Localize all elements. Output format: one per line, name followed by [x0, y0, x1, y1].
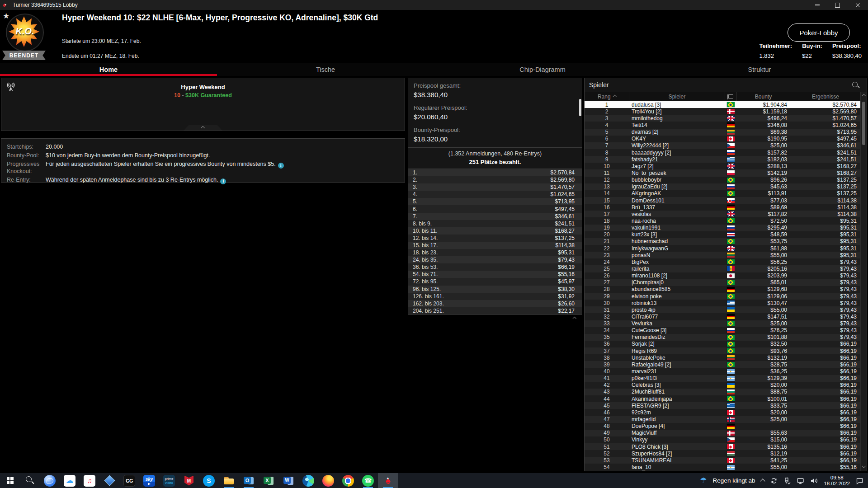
taskbar-icon-search[interactable]	[20, 473, 40, 488]
collapse-series-panel-button[interactable]	[184, 125, 222, 131]
poker-lobby-button[interactable]: Poker-Lobby	[788, 23, 850, 42]
taskbar-icon-start[interactable]	[0, 473, 20, 488]
player-row[interactable]: 4Teiti14$346,08$1.024,65	[585, 122, 867, 128]
player-row[interactable]: 55	[585, 471, 867, 471]
taskbar-icon-music[interactable]	[80, 473, 99, 488]
minimize-button[interactable]	[807, 0, 827, 10]
player-row[interactable]: 4692c92m$20,00$66,19	[585, 409, 867, 416]
player-row[interactable]: 27|Chompiras|0$65,01$79,43	[585, 279, 867, 286]
player-row[interactable]: 38UnstablePoke$132,19$66,19	[585, 354, 867, 361]
player-row[interactable]: 18naa-rocha$72,50$95,31	[585, 217, 867, 224]
player-row[interactable]: 8baaaaddyyyy [2]$157,82$241,51	[585, 149, 867, 156]
taskbar-icon-icloud[interactable]	[60, 473, 80, 488]
prizepool-scrollbar-thumb[interactable]	[579, 99, 581, 116]
player-row[interactable]: 19vakulin1991$295,49$95,31	[585, 225, 867, 231]
taskbar-icon-excel[interactable]	[259, 473, 278, 488]
player-row[interactable]: 33Veviurka$25,00$79,43	[585, 320, 867, 327]
player-row[interactable]: 13IgrauZaEdu [2]$45,63$137,25	[585, 183, 867, 190]
player-row[interactable]: 54fana_10$55,00$55,16	[585, 464, 867, 470]
players-scrollbar-thumb[interactable]	[862, 102, 865, 145]
network-icon[interactable]	[797, 477, 804, 484]
taskbar-icon-pokerstars[interactable]	[378, 473, 398, 488]
player-row[interactable]: 25railerita$205,16$79,43	[585, 265, 867, 272]
player-row[interactable]: 41p0ker4l1f3$129,39$66,19	[585, 375, 867, 382]
player-row[interactable]: 3mmilothedog$496,24$1.470,57	[585, 115, 867, 122]
close-button[interactable]	[848, 0, 868, 10]
player-row[interactable]: 39Rafaelgalo49 [2]$28,75$66,19	[585, 361, 867, 368]
column-header-bounty[interactable]: Bounty	[736, 92, 790, 101]
player-row[interactable]: 37Regis R69$93,76$66,19	[585, 347, 867, 354]
player-row[interactable]: 42Celebras [3]$20,00$66,19	[585, 382, 867, 389]
player-row[interactable]: 45FIESTAGR9 [2]$33,75$66,19	[585, 402, 867, 409]
player-row[interactable]: 10Jagz7 [2]$288,13$168,27	[585, 163, 867, 169]
player-row[interactable]: 47mrfagerlid$25,00$66,19	[585, 416, 867, 422]
tab-struktur[interactable]: Struktur	[651, 63, 868, 76]
player-row[interactable]: 28abundance8585$129,68$79,43	[585, 286, 867, 293]
player-row[interactable]: 5dvarnas [2]$69,38$713,95	[585, 129, 867, 136]
player-row[interactable]: 52SzuperHos84 [2]$12,19$66,19	[585, 450, 867, 457]
taskbar-icon-explorer[interactable]	[219, 473, 239, 488]
player-row[interactable]: 29elvison poke$129,06$79,43	[585, 293, 867, 300]
column-header-rang[interactable]: Rang	[585, 92, 629, 101]
player-row[interactable]: 26mirano1108 [2]$203,99$79,43	[585, 272, 867, 279]
player-row[interactable]: 50Vinkyy$15,00$66,19	[585, 436, 867, 443]
taskbar-icon-mcafee[interactable]	[179, 473, 199, 488]
sync-icon[interactable]	[770, 477, 778, 484]
tab-chip-diagramm[interactable]: Chip-Diagramm	[434, 63, 651, 76]
taskbar-icon-chrome[interactable]	[338, 473, 358, 488]
player-row[interactable]: 432MuchBluff81$88,75$66,19	[585, 389, 867, 395]
taskbar-icon-ggpoker[interactable]	[119, 473, 139, 488]
taskbar-icon-chat[interactable]	[40, 473, 60, 488]
taskbar-clock[interactable]: 09:58 18.02.2022	[824, 475, 850, 487]
tab-tische[interactable]: Tische	[217, 63, 434, 76]
player-row[interactable]: 1dudalusa [3]$1.904,84$2.570,84	[585, 101, 867, 108]
player-row[interactable]: 9fatshady21$182,03$241,51	[585, 156, 867, 163]
taskbar-icon-diamond[interactable]	[99, 473, 119, 488]
tab-home[interactable]: Home	[0, 63, 217, 76]
player-row[interactable]: 40marval231$36,25$66,19	[585, 368, 867, 375]
player-row[interactable]: 51PLO8 Chick [3]$135,16$66,19	[585, 443, 867, 450]
taskbar-icon-word[interactable]	[278, 473, 298, 488]
column-header-flag[interactable]	[725, 92, 736, 101]
taskbar-icon-outlook[interactable]	[239, 473, 259, 488]
player-row[interactable]: 32CiTral6077$147,51$79,43	[585, 313, 867, 320]
player-row[interactable]: 23ponasN$55,00$95,31	[585, 252, 867, 258]
player-row[interactable]: 17vesiolas$117,82$114,38	[585, 211, 867, 217]
info-icon[interactable]: i	[220, 178, 226, 184]
taskbar-icon-prime[interactable]	[159, 473, 179, 488]
player-row[interactable]: 49MagicViuff$55,63$66,19	[585, 430, 867, 436]
weather-umbrella-icon[interactable]: ☂	[700, 476, 707, 485]
player-row[interactable]: 15DomDess101$77,03$114,38	[585, 197, 867, 204]
player-row[interactable]: 11No_to_peszek$142,19$168,27	[585, 169, 867, 176]
tray-expand-icon[interactable]	[760, 479, 765, 483]
player-row[interactable]: 36Sorjak [2]$32,50$66,19	[585, 341, 867, 347]
players-scrollbar[interactable]	[860, 92, 867, 471]
collapse-prizes-button[interactable]	[572, 316, 576, 320]
scroll-down-icon[interactable]	[862, 464, 866, 468]
taskbar-icon-edge[interactable]	[298, 473, 318, 488]
player-row[interactable]: 21hubnermachad$53,75$95,31	[585, 238, 867, 245]
taskbar-icon-skype[interactable]	[199, 473, 219, 488]
player-row[interactable]: 12bubbleboybr$96,26$137,25	[585, 177, 867, 183]
volume-icon[interactable]	[810, 477, 818, 484]
player-row[interactable]: 48DoePopoe [4]$66,19	[585, 423, 867, 430]
player-row[interactable]: 2Troll4You [2]$1.159,18$2.569,80	[585, 108, 867, 115]
info-icon[interactable]: i	[278, 163, 284, 169]
notification-center-icon[interactable]	[856, 477, 863, 484]
player-row[interactable]: 24BigPex$56,25$79,43	[585, 258, 867, 265]
player-row[interactable]: 44Akarimadeinjapa$100,01$66,19	[585, 395, 867, 402]
usb-icon[interactable]	[783, 477, 791, 484]
taskbar-icon-sky[interactable]	[139, 473, 159, 488]
player-row[interactable]: 34CuteGoose [3]$76,25$79,43	[585, 327, 867, 334]
player-row[interactable]: 14AKgringoAK$113,91$137,25	[585, 190, 867, 197]
player-row[interactable]: 31prosto 4ip$55,00$79,43	[585, 306, 867, 313]
maximize-button[interactable]	[827, 0, 848, 10]
player-row[interactable]: 7Willy222444 [2]$25,00$346,61	[585, 142, 867, 149]
player-row[interactable]: 35FernandesDiz$101,88$79,43	[585, 334, 867, 341]
player-row[interactable]: 53TSUNAMI4REAL$41,25$66,19	[585, 457, 867, 464]
player-row[interactable]: 6OK4Y$190,95$497,45	[585, 136, 867, 142]
search-icon[interactable]	[852, 81, 859, 89]
column-header-ergebnisse[interactable]: Ergebnisse	[790, 92, 861, 101]
column-header-spieler[interactable]: Spieler	[629, 92, 725, 101]
player-row[interactable]: 20kurt23x [3]$48,59$95,31	[585, 231, 867, 238]
